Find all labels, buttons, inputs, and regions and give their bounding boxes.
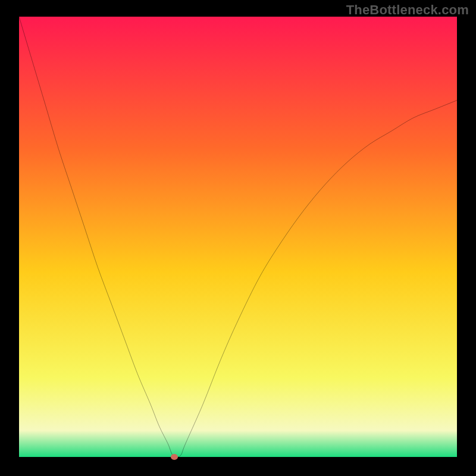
watermark-text: TheBottleneck.com [346, 2, 469, 18]
plot-area [19, 17, 457, 457]
chart-container: TheBottleneck.com [0, 0, 476, 476]
bottleneck-curve [19, 17, 457, 457]
minimum-marker [171, 454, 178, 460]
